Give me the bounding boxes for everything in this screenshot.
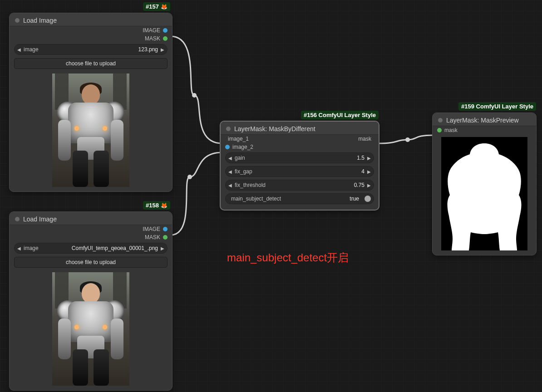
image-select-widget[interactable]: ◀ image 123.png ▶ <box>14 44 168 55</box>
node-title[interactable]: Load Image <box>10 212 172 225</box>
arrow-right-icon[interactable]: ▶ <box>161 47 164 52</box>
arrow-left-icon[interactable]: ◀ <box>228 183 232 188</box>
upload-button[interactable]: choose file to upload <box>14 58 168 69</box>
arrow-right-icon[interactable]: ▶ <box>367 169 371 174</box>
node-title[interactable]: LayerMask: MaskByDifferent <box>221 122 379 135</box>
output-image[interactable]: IMAGE <box>10 225 172 233</box>
collapse-dot-icon[interactable] <box>438 118 443 122</box>
port-mask-icon[interactable] <box>163 235 168 240</box>
node-badge: #159 ComfyUI Layer Style <box>458 102 536 111</box>
collapse-dot-icon[interactable] <box>15 217 20 221</box>
node-title-text: LayerMask: MaskByDifferent <box>234 125 315 132</box>
fox-icon: 🦊 <box>161 4 168 10</box>
node-badge: #157🦊 <box>143 2 170 11</box>
output-image[interactable]: IMAGE <box>10 26 172 34</box>
output-mask[interactable]: mask <box>358 136 374 142</box>
node-layermask-maskpreview[interactable]: #159 ComfyUI Layer Style LayerMask: Mask… <box>432 113 537 255</box>
node-layermask-maskbydifferent[interactable]: #156 ComfyUI Layer Style LayerMask: Mask… <box>220 121 379 211</box>
node-title[interactable]: Load Image <box>10 13 172 26</box>
port-image-icon[interactable] <box>163 28 168 33</box>
param-fix-gap[interactable]: ◀ fix_gap 4 ▶ <box>225 166 374 177</box>
port-image-icon[interactable] <box>225 145 230 149</box>
port-mask-icon[interactable] <box>437 128 442 132</box>
image-select-widget[interactable]: ◀ image ComfyUI_temp_qeoea_00001_.png ▶ <box>14 243 168 254</box>
upload-button[interactable]: choose file to upload <box>14 257 168 268</box>
image-preview <box>52 74 129 187</box>
node-badge: #158🦊 <box>143 201 170 210</box>
arrow-left-icon[interactable]: ◀ <box>17 246 21 251</box>
svg-point-0 <box>192 93 197 98</box>
collapse-dot-icon[interactable] <box>15 18 20 23</box>
input-image-2[interactable]: image_2 <box>221 143 379 151</box>
node-load-image-158[interactable]: #158🦊 Load Image IMAGE MASK ◀ image Comf… <box>9 211 172 391</box>
node-load-image-157[interactable]: #157🦊 Load Image IMAGE MASK ◀ image 123.… <box>9 13 172 192</box>
param-gain[interactable]: ◀ gain 1.5 ▶ <box>225 152 374 163</box>
input-mask[interactable]: mask <box>433 126 536 134</box>
arrow-left-icon[interactable]: ◀ <box>228 156 232 161</box>
arrow-left-icon[interactable]: ◀ <box>228 169 232 174</box>
mask-preview-image <box>441 137 527 250</box>
node-title-text: Load Image <box>23 216 57 223</box>
arrow-right-icon[interactable]: ▶ <box>161 246 164 251</box>
arrow-left-icon[interactable]: ◀ <box>17 47 21 52</box>
node-title[interactable]: LayerMask: MaskPreview <box>433 113 536 126</box>
port-image-icon[interactable] <box>163 227 168 231</box>
fox-icon: 🦊 <box>161 202 168 209</box>
output-mask[interactable]: MASK <box>10 233 172 241</box>
node-title-text: LayerMask: MaskPreview <box>446 117 519 124</box>
output-mask[interactable]: MASK <box>10 34 172 43</box>
node-graph-canvas[interactable]: #157🦊 Load Image IMAGE MASK ◀ image 123.… <box>0 0 542 392</box>
image-preview <box>52 272 129 386</box>
collapse-dot-icon[interactable] <box>226 127 231 131</box>
input-image-1[interactable]: image_1 <box>225 136 249 142</box>
node-badge: #156 ComfyUI Layer Style <box>301 111 379 119</box>
annotation-text: main_subject_detect开启 <box>227 250 349 265</box>
param-main-subject-detect[interactable]: main_subject_detect true <box>225 193 374 204</box>
arrow-right-icon[interactable]: ▶ <box>367 183 371 188</box>
svg-point-2 <box>405 137 410 142</box>
arrow-right-icon[interactable]: ▶ <box>367 156 371 161</box>
toggle-knob-icon[interactable] <box>365 196 371 202</box>
node-title-text: Load Image <box>23 17 57 24</box>
svg-point-1 <box>187 175 192 179</box>
port-mask-icon[interactable] <box>163 36 168 41</box>
param-fix-threshold[interactable]: ◀ fix_threshold 0.75 ▶ <box>225 180 374 191</box>
